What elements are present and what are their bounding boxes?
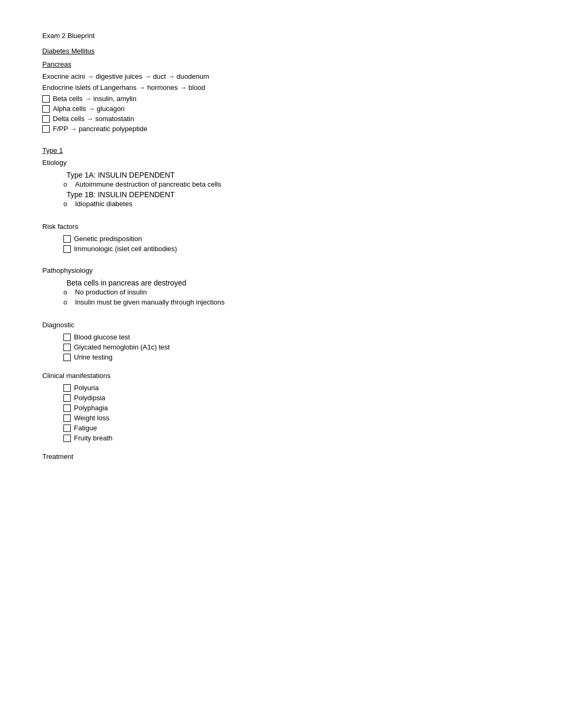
list-item: F/PP → pancreatic polypeptide: [42, 125, 519, 133]
risk-factors-heading: Risk factors: [42, 223, 519, 231]
exocrine-text: Exocrine acini → digestive juices → duct…: [42, 72, 209, 80]
subtitle-text: Diabetes Mellitus: [42, 47, 95, 55]
pancreas-heading: Pancreas: [42, 60, 519, 68]
bullet-icon: [42, 95, 50, 103]
list-item: o Insulin must be given manually through…: [63, 298, 519, 306]
endocrine-line: Endocrine islets of Langerhans → hormone…: [42, 84, 519, 91]
etiology-item-1b-label: Type 1B: INSULIN DEPENDENT: [63, 190, 519, 199]
clinical-item-text: Polyuria: [74, 384, 99, 392]
bullet-icon: [42, 105, 50, 113]
cell-bullet-text: Beta cells → insulin, amylin: [53, 95, 136, 103]
sub-text: Autoimmune destruction of pancreatic bet…: [75, 180, 221, 188]
cell-bullet-text: Alpha cells → glucagon: [53, 105, 125, 113]
etiology-heading: Etiology: [42, 159, 519, 167]
etiology-1b-text: Type 1B: INSULIN DEPENDENT: [67, 190, 175, 199]
clinical-item-text: Fruity breath: [74, 434, 113, 442]
clinical-item-text: Fatigue: [74, 424, 97, 432]
o-marker: o: [63, 200, 70, 208]
exocrine-line: Exocrine acini → digestive juices → duct…: [42, 72, 519, 80]
pathophysiology-sub-list: o No production of insulin o Insulin mus…: [63, 288, 519, 306]
pancreas-text: Pancreas: [42, 60, 71, 68]
list-item: Delta cells → somatostatin: [42, 115, 519, 123]
list-item: Polydipsia: [63, 394, 519, 402]
bullet-icon: [63, 414, 71, 422]
etiology-1a-sub-list: o Autoimmune destruction of pancreatic b…: [63, 180, 519, 188]
list-item: Alpha cells → glucagon: [42, 105, 519, 113]
clinical-item-text: Polydipsia: [74, 394, 105, 402]
list-item: Blood glucose test: [63, 333, 519, 341]
diagnostic-item-text: Glycated hemoglobin (A1c) test: [74, 343, 170, 351]
diagnostic-item-text: Urine testing: [74, 353, 113, 361]
o-marker: o: [63, 298, 70, 306]
title-text: Exam 2 Blueprint: [42, 32, 95, 40]
bullet-icon: [42, 125, 50, 133]
list-item: Genetic predisposition: [63, 235, 519, 243]
cell-bullets-list: Beta cells → insulin, amylin Alpha cells…: [42, 95, 519, 133]
diagnostic-list: Blood glucose test Glycated hemoglobin (…: [42, 333, 519, 361]
list-item: Glycated hemoglobin (A1c) test: [63, 343, 519, 351]
pathophysiology-heading: Pathophysiology: [42, 266, 519, 274]
type1-text: Type 1: [42, 146, 63, 154]
cell-bullet-text: F/PP → pancreatic polypeptide: [53, 125, 147, 133]
clinical-heading: Clinical manifestations: [42, 372, 519, 380]
pathophysiology-item-label: Beta cells in pancreas are destroyed: [63, 279, 519, 287]
page-container: Exam 2 Blueprint Diabetes Mellitus Pancr…: [42, 32, 519, 460]
bullet-icon: [63, 334, 71, 341]
list-item: o Autoimmune destruction of pancreatic b…: [63, 180, 519, 188]
bullet-icon: [63, 354, 71, 361]
list-item: Polyuria: [63, 384, 519, 392]
etiology-item-1a-label: Type 1A: INSULIN DEPENDENT: [63, 171, 519, 179]
list-item: Immunologic (islet cell antibodies): [63, 245, 519, 253]
cell-bullet-text: Delta cells → somatostatin: [53, 115, 134, 123]
pathophysiology-item-text: Beta cells in pancreas are destroyed: [67, 279, 186, 287]
etiology-1a-text: Type 1A: INSULIN DEPENDENT: [67, 171, 175, 179]
risk-factor-text: Immunologic (islet cell antibodies): [74, 245, 177, 253]
clinical-item-text: Weight loss: [74, 414, 109, 422]
diagnostic-item-text: Blood glucose test: [74, 333, 130, 341]
list-item: Fruity breath: [63, 434, 519, 442]
sub-text: Insulin must be given manually through i…: [75, 298, 225, 306]
risk-factors-list: Genetic predisposition Immunologic (isle…: [42, 235, 519, 253]
bullet-icon: [63, 394, 71, 402]
etiology-text: Etiology: [42, 159, 67, 167]
diagnostic-text: Diagnostic: [42, 321, 74, 329]
bullet-icon: [63, 344, 71, 351]
etiology-1b-sub-list: o Idiopathic diabetes: [63, 200, 519, 208]
list-item: Beta cells → insulin, amylin: [42, 95, 519, 103]
clinical-text: Clinical manifestations: [42, 372, 110, 380]
endocrine-text: Endocrine islets of Langerhans → hormone…: [42, 84, 205, 91]
sub-text: No production of insulin: [75, 288, 147, 296]
bullet-icon: [63, 384, 71, 392]
type1-heading: Type 1: [42, 146, 519, 154]
list-item: Fatigue: [63, 424, 519, 432]
list-item: Weight loss: [63, 414, 519, 422]
pathophysiology-items: Beta cells in pancreas are destroyed o N…: [42, 279, 519, 306]
treatment-text: Treatment: [42, 453, 73, 460]
bullet-icon: [63, 235, 71, 243]
bullet-icon: [63, 404, 71, 412]
treatment-heading: Treatment: [42, 453, 519, 460]
pathophysiology-text: Pathophysiology: [42, 266, 92, 274]
bullet-icon: [63, 425, 71, 432]
list-item: o Idiopathic diabetes: [63, 200, 519, 208]
o-marker: o: [63, 288, 70, 296]
etiology-item-1a: Type 1A: INSULIN DEPENDENT o Autoimmune …: [63, 171, 519, 188]
diabetes-mellitus-heading: Diabetes Mellitus: [42, 47, 519, 55]
etiology-items: Type 1A: INSULIN DEPENDENT o Autoimmune …: [42, 171, 519, 208]
bullet-icon: [42, 115, 50, 123]
sub-text: Idiopathic diabetes: [75, 200, 132, 208]
list-item: o No production of insulin: [63, 288, 519, 296]
risk-factor-text: Genetic predisposition: [74, 235, 142, 243]
list-item: Polyphagia: [63, 404, 519, 412]
clinical-item-text: Polyphagia: [74, 404, 108, 412]
page-title: Exam 2 Blueprint: [42, 32, 519, 40]
clinical-list: Polyuria Polydipsia Polyphagia Weight lo…: [42, 384, 519, 442]
diagnostic-heading: Diagnostic: [42, 321, 519, 329]
risk-factors-text: Risk factors: [42, 223, 78, 231]
bullet-icon: [63, 245, 71, 253]
pathophysiology-item: Beta cells in pancreas are destroyed o N…: [63, 279, 519, 306]
bullet-icon: [63, 435, 71, 442]
o-marker: o: [63, 180, 70, 188]
list-item: Urine testing: [63, 353, 519, 361]
etiology-item-1b: Type 1B: INSULIN DEPENDENT o Idiopathic …: [63, 190, 519, 208]
